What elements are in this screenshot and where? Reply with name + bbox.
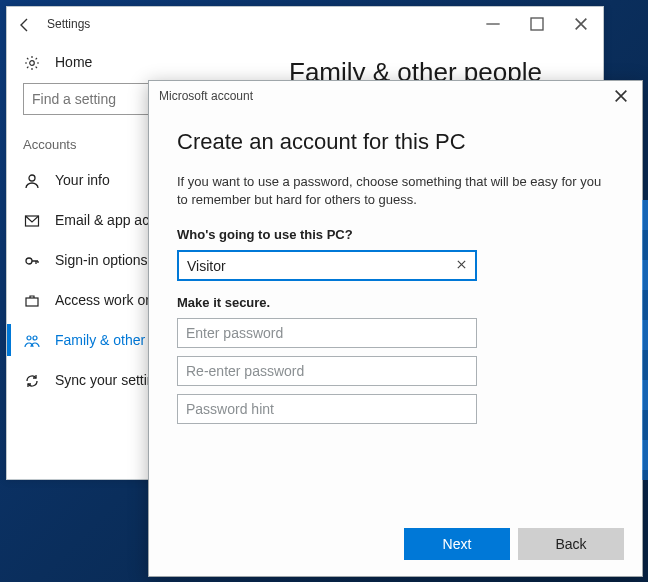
gear-icon bbox=[23, 53, 41, 70]
mail-icon bbox=[23, 211, 41, 228]
ms-account-dialog: Microsoft account Create an account for … bbox=[148, 80, 643, 577]
taskbar-peek bbox=[642, 200, 648, 480]
maximize-icon bbox=[529, 16, 545, 32]
close-icon bbox=[573, 16, 589, 32]
svg-point-2 bbox=[30, 60, 35, 65]
secure-label: Make it secure. bbox=[177, 295, 614, 310]
home-row[interactable]: Home bbox=[7, 41, 269, 83]
password-confirm-input[interactable] bbox=[177, 356, 477, 386]
password-hint-input[interactable] bbox=[177, 394, 477, 424]
dialog-titlebar: Microsoft account bbox=[149, 81, 642, 111]
settings-titlebar: Settings bbox=[7, 7, 603, 41]
next-button[interactable]: Next bbox=[404, 528, 510, 560]
minimize-icon bbox=[485, 16, 501, 32]
who-label: Who's going to use this PC? bbox=[177, 227, 614, 242]
dialog-window-title: Microsoft account bbox=[149, 89, 600, 103]
username-field-wrap bbox=[177, 250, 477, 281]
dialog-description: If you want to use a password, choose so… bbox=[177, 173, 614, 209]
svg-point-5 bbox=[29, 175, 35, 181]
window-controls bbox=[471, 7, 603, 41]
user-icon bbox=[23, 171, 41, 188]
svg-rect-8 bbox=[26, 298, 38, 306]
password-input[interactable] bbox=[177, 318, 477, 348]
family-icon bbox=[23, 331, 41, 348]
svg-rect-1 bbox=[531, 18, 543, 30]
sidebar-item-label: Your info bbox=[55, 172, 110, 188]
svg-point-10 bbox=[33, 336, 37, 340]
dialog-content: Create an account for this PC If you wan… bbox=[149, 111, 642, 516]
dialog-close-button[interactable] bbox=[600, 88, 642, 105]
back-button[interactable] bbox=[7, 15, 43, 32]
home-label: Home bbox=[55, 54, 92, 70]
briefcase-icon bbox=[23, 291, 41, 308]
close-icon bbox=[613, 88, 629, 104]
dialog-footer: Next Back bbox=[149, 516, 642, 576]
svg-point-9 bbox=[27, 336, 31, 340]
back-button[interactable]: Back bbox=[518, 528, 624, 560]
username-input[interactable] bbox=[179, 252, 447, 279]
dialog-heading: Create an account for this PC bbox=[177, 129, 614, 155]
svg-point-7 bbox=[26, 258, 32, 264]
sidebar-item-label: Sign-in options bbox=[55, 252, 148, 268]
maximize-button[interactable] bbox=[515, 7, 559, 41]
clear-icon bbox=[456, 259, 467, 270]
settings-window-title: Settings bbox=[43, 17, 471, 31]
minimize-button[interactable] bbox=[471, 7, 515, 41]
sync-icon bbox=[23, 371, 41, 388]
close-button[interactable] bbox=[559, 7, 603, 41]
clear-input-button[interactable] bbox=[447, 258, 475, 273]
back-arrow-icon bbox=[17, 17, 33, 33]
key-icon bbox=[23, 251, 41, 268]
